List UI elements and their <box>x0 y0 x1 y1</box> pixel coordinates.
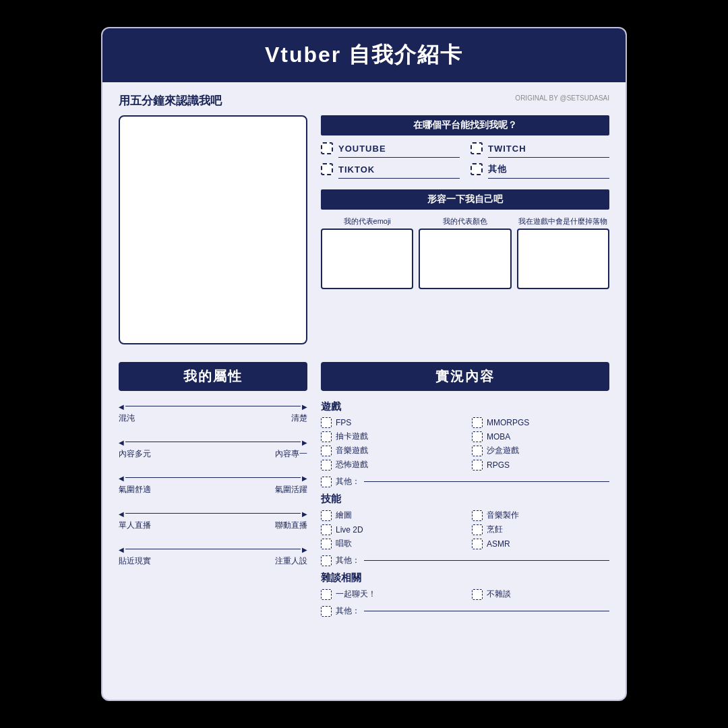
stream-cat-chat: 雜談相關 <box>321 572 609 584</box>
checkbox-sing[interactable] <box>321 539 332 549</box>
stream-item-chat-yes: 一起聊天！ <box>321 588 458 600</box>
platform-grid: YOUTUBE TWITCH TIKTOK <box>321 142 609 179</box>
arrow-line-4 <box>125 549 301 549</box>
describe-box-emoji <box>321 229 413 289</box>
checkbox-youtube[interactable] <box>321 142 333 154</box>
checkbox-chat-no[interactable] <box>472 589 483 600</box>
stream-item-draw: 繪圖 <box>321 510 458 521</box>
stream-item-music-game: 音樂遊戲 <box>321 445 458 456</box>
label-sandbox: 沙盒遊戲 <box>487 445 519 456</box>
label-youtube: YOUTUBE <box>338 144 386 154</box>
arrow-line-3 <box>125 513 301 514</box>
attr-right-0: 清楚 <box>291 413 307 424</box>
attr-row-2: 氣圍舒適 氣圍活躍 <box>119 472 307 495</box>
games-other-row: 其他： <box>321 476 609 487</box>
label-chat-yes: 一起聊天！ <box>336 588 376 600</box>
checkbox-card[interactable] <box>321 431 332 442</box>
checkbox-rpgs[interactable] <box>472 460 483 471</box>
attr-labels-1: 內容多元 內容專一 <box>119 448 307 460</box>
stream-item-moba: MOBA <box>472 431 609 442</box>
main-content: 在哪個平台能找到我呢？ YOUTUBE TWITCH <box>102 115 626 344</box>
stream-item-sandbox: 沙盒遊戲 <box>472 445 609 456</box>
label-twitch: TWITCH <box>488 144 526 154</box>
attr-row-4: 貼近現實 注重人設 <box>119 543 307 567</box>
card-subtitle: 用五分鐘來認識我吧 <box>119 93 253 109</box>
label-live2d: Live 2D <box>336 525 363 535</box>
checkbox-asmr[interactable] <box>472 539 483 549</box>
describe-col-color: 我的代表顏色 <box>419 216 511 289</box>
attr-labels-0: 混沌 清楚 <box>119 413 307 424</box>
checkbox-twitch[interactable] <box>471 142 483 154</box>
attr-right-2: 氣圍活躍 <box>275 484 307 495</box>
stream-item-cooking: 烹飪 <box>472 524 609 535</box>
skills-other-line <box>364 560 609 561</box>
label-other: 其他 <box>488 163 507 175</box>
label-cooking: 烹飪 <box>487 524 503 535</box>
arrow-line-1 <box>125 442 301 442</box>
platform-item-twitch: TWITCH <box>471 142 609 158</box>
label-moba: MOBA <box>487 432 510 442</box>
stream-grid-games: FPS MMORPGS 抽卡遊戲 MOBA 音樂遊戲 <box>321 417 609 471</box>
checkbox-sandbox[interactable] <box>472 446 483 456</box>
attr-arrow-4 <box>119 543 307 554</box>
stream-item-asmr: ASMR <box>472 538 609 549</box>
platform-item-tiktok: TIKTOK <box>321 163 460 179</box>
attr-left-1: 內容多元 <box>119 448 151 460</box>
attr-row-0: 混沌 清楚 <box>119 400 307 424</box>
chat-other-line <box>364 611 609 611</box>
stream-item-rpgs: RPGS <box>472 459 609 471</box>
checkbox-horror[interactable] <box>321 460 332 471</box>
checkbox-music-game[interactable] <box>321 446 332 456</box>
right-column: 在哪個平台能找到我呢？ YOUTUBE TWITCH <box>321 115 609 344</box>
arrow-right-4 <box>301 543 307 554</box>
stream-item-horror: 恐怖遊戲 <box>321 459 458 471</box>
arrow-right-0 <box>301 400 307 411</box>
checkbox-cooking[interactable] <box>472 524 483 535</box>
avatar-box <box>119 115 307 344</box>
stream-column: 實況內容 遊戲 FPS MMORPGS 抽卡遊戲 MOBA <box>321 362 609 619</box>
checkbox-games-other[interactable] <box>321 477 332 487</box>
checkbox-skills-other[interactable] <box>321 555 332 566</box>
checkbox-fps[interactable] <box>321 417 332 428</box>
arrow-right-3 <box>301 508 307 518</box>
checkbox-live2d[interactable] <box>321 524 332 535</box>
describe-label-drop: 我在遊戲中會是什麼掉落物 <box>518 216 607 226</box>
platform-item-youtube: YOUTUBE <box>321 142 460 158</box>
label-horror: 恐怖遊戲 <box>336 459 368 471</box>
attr-arrow-3 <box>119 508 307 518</box>
label-music-game: 音樂遊戲 <box>336 445 368 456</box>
arrow-left-1 <box>119 436 125 447</box>
checkbox-draw[interactable] <box>321 510 332 521</box>
attr-arrow-1 <box>119 436 307 447</box>
describe-label-emoji: 我的代表emoji <box>344 216 391 226</box>
arrow-left-2 <box>119 472 125 483</box>
attr-labels-2: 氣圍舒適 氣圍活躍 <box>119 484 307 495</box>
label-sing: 唱歌 <box>336 538 352 549</box>
label-draw: 繪圖 <box>336 510 352 521</box>
attr-row-1: 內容多元 內容專一 <box>119 436 307 460</box>
stream-item-fps: FPS <box>321 417 458 428</box>
checkbox-music-make[interactable] <box>472 510 483 521</box>
label-tiktok: TIKTOK <box>338 164 375 175</box>
arrow-line-0 <box>125 406 301 406</box>
checkbox-chat-other[interactable] <box>321 606 332 617</box>
stream-item-music-make: 音樂製作 <box>472 510 609 521</box>
stream-item-card: 抽卡遊戲 <box>321 431 458 442</box>
stream-grid-chat: 一起聊天！ 不雜談 <box>321 588 609 600</box>
label-chat-other: 其他： <box>336 605 360 617</box>
label-games-other: 其他： <box>336 476 360 487</box>
arrow-right-1 <box>301 436 307 447</box>
checkbox-moba[interactable] <box>472 431 483 442</box>
checkbox-chat-yes[interactable] <box>321 589 332 600</box>
describe-box-color <box>419 229 511 289</box>
checkbox-tiktok[interactable] <box>321 163 333 175</box>
label-rpgs: RPGS <box>487 460 510 470</box>
checkbox-mmorpgs[interactable] <box>472 417 483 428</box>
checkbox-other[interactable] <box>471 163 483 175</box>
top-section: 用五分鐘來認識我吧 ORIGINAL BY @SETSUDASAI <box>102 82 626 115</box>
bottom-section: 我的屬性 混沌 清楚 <box>102 351 626 619</box>
label-music-make: 音樂製作 <box>487 510 519 521</box>
stream-item-live2d: Live 2D <box>321 524 458 535</box>
arrow-left-0 <box>119 400 125 411</box>
skills-other-row: 其他： <box>321 555 609 566</box>
